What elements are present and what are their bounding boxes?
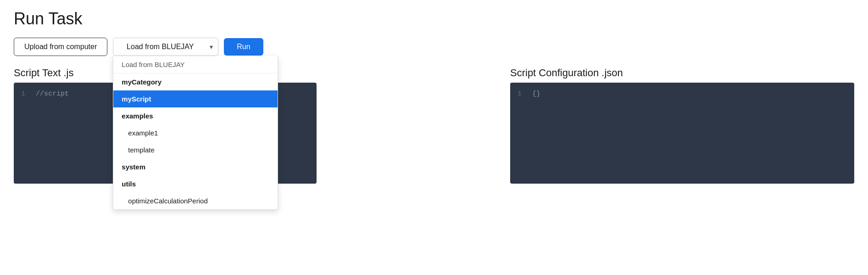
page-title: Run Task xyxy=(14,9,854,28)
dropdown-header[interactable]: Load from BLUEJAY xyxy=(113,56,278,73)
dropdown-item-example1[interactable]: example1 xyxy=(113,124,278,141)
dropdown-item-system[interactable]: system xyxy=(113,158,278,175)
load-dropdown-wrapper: Load from BLUEJAY ▾ Load from BLUEJAY my… xyxy=(113,38,218,56)
right-code-line-1: 1 {} xyxy=(517,90,847,98)
right-code-content: {} xyxy=(532,90,540,98)
dropdown-item-utils[interactable]: utils xyxy=(113,175,278,192)
left-code-content: //script xyxy=(36,90,69,98)
right-editor-title: Script Configuration .json xyxy=(510,67,854,79)
right-line-number: 1 xyxy=(517,90,525,98)
dropdown-item-optimizeCalculationPeriod[interactable]: optimizeCalculationPeriod xyxy=(113,192,278,209)
dropdown-item-template[interactable]: template xyxy=(113,141,278,158)
right-code-editor[interactable]: 1 {} xyxy=(510,83,854,184)
dropdown-item-examples[interactable]: examples xyxy=(113,107,278,124)
dropdown-item-myScript[interactable]: myScript xyxy=(113,90,278,107)
run-button[interactable]: Run xyxy=(224,38,263,56)
left-line-number: 1 xyxy=(21,90,28,98)
dropdown-menu: Load from BLUEJAY myCategory myScript ex… xyxy=(113,56,278,210)
toolbar: Upload from computer Load from BLUEJAY ▾… xyxy=(14,38,854,56)
load-dropdown-button[interactable]: Load from BLUEJAY xyxy=(113,38,218,56)
dropdown-item-myCategory[interactable]: myCategory xyxy=(113,73,278,90)
right-editor-panel: Script Configuration .json 1 {} xyxy=(510,67,854,184)
upload-button[interactable]: Upload from computer xyxy=(14,38,107,56)
